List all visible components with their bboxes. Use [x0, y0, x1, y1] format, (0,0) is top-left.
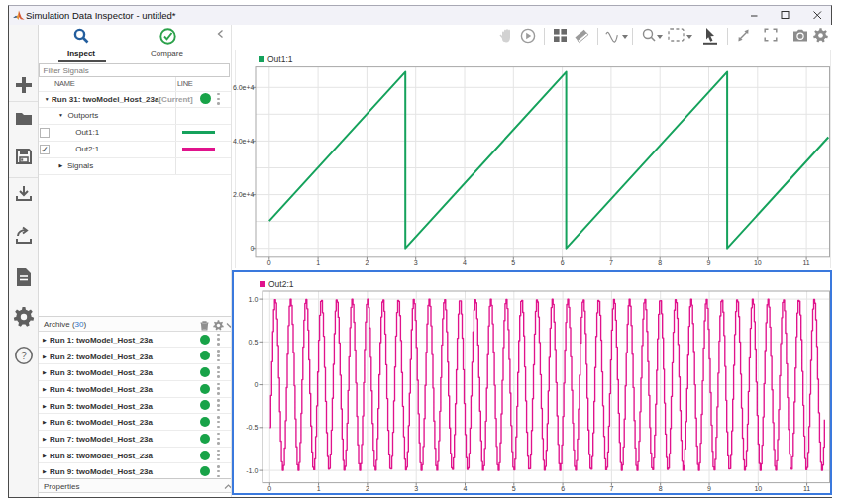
svg-text:?: ? — [21, 351, 27, 361]
svg-text:4: 4 — [463, 259, 467, 266]
svg-text:4.0e+4: 4.0e+4 — [233, 138, 255, 145]
svg-text:11: 11 — [802, 485, 809, 492]
svg-text:0: 0 — [267, 259, 271, 266]
svg-text:1: 1 — [316, 485, 320, 492]
svg-text:6: 6 — [561, 485, 565, 492]
svg-text:10: 10 — [754, 485, 762, 492]
svg-text:9: 9 — [707, 259, 711, 266]
svg-text:0: 0 — [267, 485, 271, 492]
svg-text:2: 2 — [365, 259, 369, 266]
svg-text:9: 9 — [707, 485, 711, 492]
svg-text:0: 0 — [254, 381, 258, 388]
svg-text:10: 10 — [754, 259, 762, 266]
svg-text:0.5: 0.5 — [248, 338, 258, 345]
svg-text:3: 3 — [414, 485, 418, 492]
svg-text:6.0e+4: 6.0e+4 — [233, 84, 255, 91]
svg-text:0: 0 — [251, 245, 255, 252]
svg-text:1: 1 — [316, 259, 320, 266]
svg-text:8: 8 — [658, 485, 662, 492]
svg-text:4: 4 — [463, 485, 467, 492]
svg-text:2: 2 — [365, 485, 369, 492]
svg-text:-0.5: -0.5 — [246, 424, 258, 431]
svg-text:1.0: 1.0 — [248, 295, 258, 302]
svg-text:11: 11 — [802, 259, 809, 266]
svg-text:5: 5 — [511, 485, 515, 492]
svg-text:3: 3 — [414, 259, 418, 266]
svg-text:8: 8 — [658, 259, 662, 266]
svg-text:-1.0: -1.0 — [246, 466, 258, 473]
svg-text:7: 7 — [609, 259, 613, 266]
svg-text:6: 6 — [561, 259, 565, 266]
svg-text:5: 5 — [511, 259, 515, 266]
svg-text:7: 7 — [609, 485, 613, 492]
svg-text:2.0e+4: 2.0e+4 — [233, 191, 255, 198]
